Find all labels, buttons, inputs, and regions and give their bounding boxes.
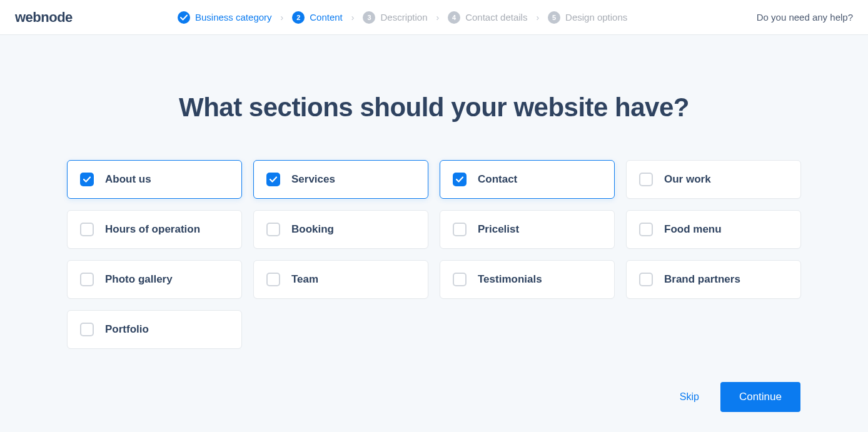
section-label: Photo gallery <box>105 273 173 286</box>
section-label: Team <box>291 273 318 286</box>
section-label: Pricelist <box>478 223 519 236</box>
checkbox-icon[interactable] <box>266 223 280 236</box>
section-option[interactable]: Contact <box>440 160 615 199</box>
section-option[interactable]: Our work <box>626 160 801 199</box>
checkbox-icon[interactable] <box>80 173 94 186</box>
step-label: Content <box>310 12 343 23</box>
step-number-icon: 5 <box>548 11 560 24</box>
section-option[interactable]: Services <box>253 160 428 199</box>
section-option[interactable]: Booking <box>253 210 428 249</box>
checkbox-icon[interactable] <box>266 273 280 286</box>
step-number-icon: 4 <box>448 11 460 24</box>
wizard-step[interactable]: 4Contact details <box>448 11 527 24</box>
footer-actions: Skip Continue <box>680 382 800 412</box>
checkbox-icon[interactable] <box>453 173 467 186</box>
section-label: Hours of operation <box>105 223 200 236</box>
section-option[interactable]: Team <box>253 260 428 299</box>
step-number-icon: 2 <box>292 11 305 24</box>
skip-button[interactable]: Skip <box>680 391 699 403</box>
step-number-icon: 3 <box>363 11 375 24</box>
page-title: What sections should your website have? <box>0 93 868 123</box>
header: webnode Business category›2Content›3Desc… <box>0 0 868 35</box>
checkbox-icon[interactable] <box>453 223 467 236</box>
checkbox-icon[interactable] <box>80 323 94 336</box>
logo[interactable]: webnode <box>15 9 178 26</box>
step-label: Business category <box>195 12 272 23</box>
section-label: Contact <box>478 173 517 186</box>
section-label: Food menu <box>664 223 722 236</box>
help-link[interactable]: Do you need any help? <box>757 12 853 23</box>
continue-button[interactable]: Continue <box>720 382 800 412</box>
section-label: Brand partners <box>664 273 740 286</box>
wizard-step[interactable]: 2Content <box>292 11 343 24</box>
main-content: What sections should your website have? … <box>0 35 868 349</box>
step-label: Contact details <box>465 12 527 23</box>
wizard-step[interactable]: 3Description <box>363 11 427 24</box>
section-label: Testimonials <box>478 273 542 286</box>
section-label: Booking <box>291 223 334 236</box>
section-label: Services <box>291 173 335 186</box>
checkbox-icon[interactable] <box>80 273 94 286</box>
step-label: Description <box>380 12 427 23</box>
wizard-step[interactable]: 5Design options <box>548 11 627 24</box>
section-option[interactable]: Pricelist <box>440 210 615 249</box>
chevron-right-icon: › <box>536 13 539 23</box>
section-label: Portfolio <box>105 323 149 336</box>
chevron-right-icon: › <box>437 13 440 23</box>
section-option[interactable]: Brand partners <box>626 260 801 299</box>
checkbox-icon[interactable] <box>266 173 280 186</box>
section-label: About us <box>105 173 151 186</box>
checkbox-icon[interactable] <box>639 273 653 286</box>
checkbox-icon[interactable] <box>639 223 653 236</box>
section-option[interactable]: About us <box>67 160 242 199</box>
step-label: Design options <box>565 12 627 23</box>
chevron-right-icon: › <box>281 13 284 23</box>
wizard-step[interactable]: Business category <box>178 11 272 24</box>
sections-grid: About usServicesContactOur workHours of … <box>67 160 801 349</box>
section-option[interactable]: Food menu <box>626 210 801 249</box>
section-option[interactable]: Hours of operation <box>67 210 242 249</box>
chevron-right-icon: › <box>351 13 355 23</box>
wizard-steps: Business category›2Content›3Description›… <box>178 11 757 24</box>
check-icon <box>178 11 190 24</box>
section-option[interactable]: Portfolio <box>67 310 242 349</box>
section-label: Our work <box>664 173 711 186</box>
checkbox-icon[interactable] <box>80 223 94 236</box>
section-option[interactable]: Testimonials <box>440 260 615 299</box>
checkbox-icon[interactable] <box>639 173 653 186</box>
section-option[interactable]: Photo gallery <box>67 260 242 299</box>
checkbox-icon[interactable] <box>453 273 467 286</box>
